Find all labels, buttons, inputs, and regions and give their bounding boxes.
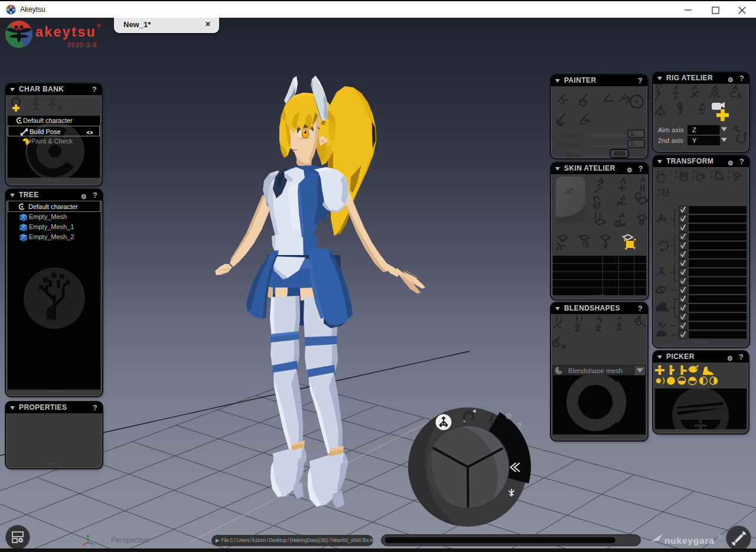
svg-text:X: X xyxy=(692,169,696,175)
svg-text:X: X xyxy=(674,169,678,175)
svg-text:?: ? xyxy=(517,421,522,430)
svg-text:2nd axis: 2nd axis xyxy=(658,137,683,144)
svg-text:nukeygara: nukeygara xyxy=(664,535,715,546)
svg-text:Z: Z xyxy=(692,175,695,180)
svg-text:X: X xyxy=(710,169,713,175)
svg-text:Size: Size xyxy=(566,151,580,158)
svg-text:Z: Z xyxy=(692,126,696,133)
svg-text:⚙︎: ⚙︎ xyxy=(505,411,513,421)
svg-text:Weight: Weight xyxy=(560,131,582,139)
svg-text:1.: 1. xyxy=(630,141,636,147)
svg-text:X: X xyxy=(728,169,731,175)
svg-text:Z: Z xyxy=(674,175,677,180)
svg-text:Aim axis: Aim axis xyxy=(658,126,684,133)
svg-text:1.: 1. xyxy=(630,130,636,137)
svg-text:Y: Y xyxy=(692,137,697,144)
svg-text:Z: Z xyxy=(728,175,731,180)
svg-text:X: X xyxy=(657,187,660,192)
svg-text:.10: .10 xyxy=(564,187,574,195)
svg-text:Z: Z xyxy=(710,175,713,180)
svg-text:Z: Z xyxy=(657,192,660,198)
svg-text:Strength: Strength xyxy=(555,141,582,149)
svg-text:.600: .600 xyxy=(612,150,625,157)
svg-text:Y: Y xyxy=(696,169,700,175)
